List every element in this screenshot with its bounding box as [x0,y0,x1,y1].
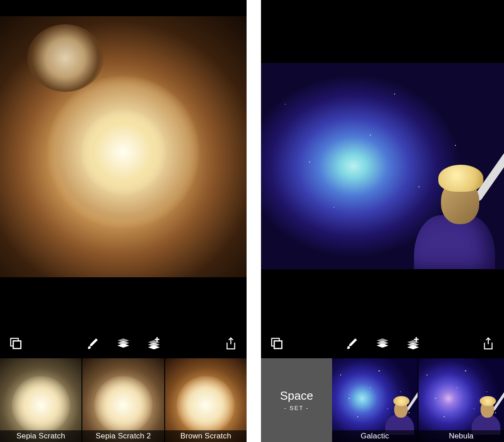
set-title: Space [280,389,313,403]
filter-label: Brown Scratch [165,430,247,442]
filter-label: Sepia Scratch 2 [82,430,164,442]
preview-area[interactable] [0,0,247,329]
svg-rect-12 [274,341,282,348]
gallery-icon[interactable] [8,336,23,351]
gallery-icon[interactable] [269,336,284,351]
filter-strip[interactable]: Space - SET - Galactic Nebula [261,358,504,442]
svg-rect-1 [13,341,21,348]
svg-marker-5 [117,343,129,347]
filter-label: Sepia Scratch [0,430,81,442]
right-screenshot: Space - SET - Galactic Nebula [261,0,504,442]
filter-label: Nebula [418,430,504,442]
layers-icon[interactable] [116,336,131,351]
set-subtitle: - SET - [284,405,309,411]
svg-marker-8 [148,345,160,349]
add-layer-icon[interactable] [405,336,421,351]
brush-icon[interactable] [85,336,100,351]
left-screenshot: Sepia Scratch Sepia Scratch 2 Brown Scra… [0,0,247,442]
share-icon[interactable] [223,336,238,351]
preview-area[interactable] [261,0,504,329]
filter-thumb[interactable]: Galactic [332,358,418,442]
filter-thumb[interactable]: Sepia Scratch [0,358,81,442]
svg-rect-21 [414,339,418,340]
layers-icon[interactable] [375,336,390,351]
filter-set-card[interactable]: Space - SET - [261,358,332,442]
preview-image-flower [0,16,247,277]
brush-icon[interactable] [344,336,360,351]
filter-label: Galactic [332,430,418,442]
svg-marker-16 [377,343,388,347]
add-layer-icon[interactable] [146,336,162,351]
toolbar [0,329,247,358]
share-icon[interactable] [481,336,496,351]
svg-marker-19 [407,345,419,349]
filter-strip[interactable]: Sepia Scratch Sepia Scratch 2 Brown Scra… [0,358,247,442]
filter-thumb[interactable]: Brown Scratch [165,358,247,442]
filter-thumb[interactable]: Sepia Scratch 2 [82,358,164,442]
preview-image-nebula [261,63,504,269]
toolbar [261,329,504,358]
svg-rect-10 [155,339,159,340]
filter-thumb[interactable]: Nebula [418,358,504,442]
